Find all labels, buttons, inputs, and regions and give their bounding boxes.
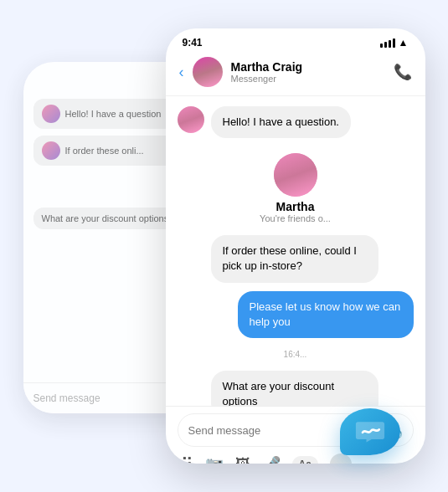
image-icon[interactable]: 🖼	[235, 456, 250, 464]
avatar-image	[193, 57, 223, 87]
time: 9:41	[183, 37, 203, 49]
message-group-2: If order these online, could I pick up i…	[178, 235, 414, 282]
bar4	[393, 38, 395, 48]
mic-icon[interactable]: 🎤	[262, 455, 281, 464]
chat-header: ‹ Martha Craig Messenger 📞	[166, 52, 425, 96]
message-group-3: Please let us know how we can help you	[178, 291, 414, 338]
bubble-2: If order these online, could I pick up i…	[211, 235, 378, 282]
back-button[interactable]: ‹	[179, 64, 184, 81]
grid-icon[interactable]: ⠿	[181, 454, 193, 464]
contact-avatar-big	[274, 153, 317, 197]
msg-avatar-1	[178, 106, 204, 133]
bar3	[389, 40, 391, 48]
scene: Hello! I have a question If order these …	[23, 12, 425, 480]
bar1	[380, 44, 383, 48]
bar2	[384, 42, 387, 48]
time-label: 16:4...	[178, 350, 414, 359]
bottom-actions: ⠿ 📷 🖼 🎤 Aa	[178, 454, 414, 464]
signal-icon	[380, 38, 395, 48]
send-message-input[interactable]	[188, 424, 353, 437]
chatbot-icon[interactable]	[340, 408, 400, 455]
bubble-3: Please let us know how we can help you	[238, 291, 414, 338]
contact-name: Martha Craig	[231, 60, 385, 74]
message-group-1: Hello! I have a question.	[178, 106, 414, 138]
back-msg-text-4: What are your discount options	[42, 213, 169, 223]
header-avatar	[193, 57, 223, 87]
bubble-4: What are your discount options	[211, 371, 378, 406]
back-msg-text-1: Hello! I have a question	[65, 109, 162, 119]
phone-main: 9:41 ▲ ‹ Martha Craig Messenger 📞	[166, 28, 425, 464]
status-icons: ▲	[380, 37, 409, 49]
message-group-4: What are your discount options	[178, 371, 414, 406]
aa-button[interactable]: Aa	[292, 456, 318, 464]
camera-icon[interactable]: 📷	[205, 455, 224, 464]
call-button[interactable]: 📞	[394, 63, 412, 81]
chatbot-svg	[355, 420, 385, 443]
back-avatar	[42, 105, 60, 123]
wifi-icon: ▲	[399, 37, 409, 49]
contact-card-sub: You're friends o...	[260, 213, 331, 223]
contact-card-name: Martha	[276, 200, 315, 213]
status-bar: 9:41 ▲	[166, 28, 425, 52]
back-avatar-2	[42, 141, 60, 160]
contact-card: Martha You're friends o...	[178, 146, 414, 227]
bubble-1: Hello! I have a question.	[211, 106, 351, 138]
back-msg-text-2: If order these onli...	[65, 146, 144, 156]
header-info: Martha Craig Messenger	[231, 60, 385, 84]
chat-area: Hello! I have a question. Martha You're …	[166, 96, 425, 406]
contact-subtitle: Messenger	[231, 74, 385, 84]
